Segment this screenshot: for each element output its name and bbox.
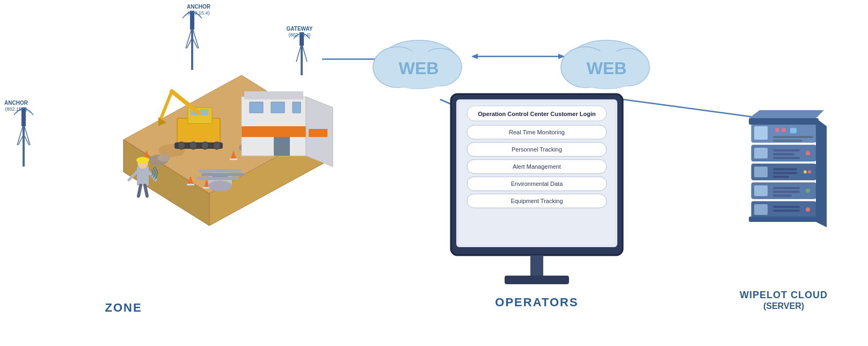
svg-rect-132: [749, 118, 819, 125]
svg-rect-8: [187, 184, 194, 185]
screen-item-2: Personnel Tracking: [512, 146, 562, 153]
screen-item-3: Alert Management: [513, 163, 561, 170]
screen-item-4: Environmental Data: [511, 181, 563, 187]
anchor1-label: ANCHOR: [4, 100, 28, 106]
svg-rect-28: [250, 102, 263, 113]
svg-point-20: [208, 181, 232, 191]
svg-point-114: [804, 170, 807, 174]
svg-rect-124: [773, 157, 800, 159]
web-label-2: WEB: [587, 59, 627, 78]
svg-text:(802.15.4): (802.15.4): [187, 10, 209, 16]
svg-rect-126: [754, 126, 768, 140]
svg-point-103: [806, 207, 810, 212]
svg-rect-111: [773, 194, 792, 197]
zone-label: ZONE: [105, 301, 142, 314]
svg-rect-10: [230, 158, 237, 160]
svg-rect-29: [271, 102, 285, 113]
server-label: (SERVER): [763, 301, 804, 311]
svg-rect-118: [773, 176, 789, 178]
svg-text:(802.15.4): (802.15.4): [5, 106, 27, 112]
svg-rect-100: [505, 276, 569, 284]
svg-rect-59: [191, 27, 193, 70]
svg-point-41: [201, 142, 209, 149]
svg-rect-133: [749, 217, 819, 222]
svg-point-47: [136, 157, 149, 163]
svg-rect-30: [293, 102, 301, 113]
svg-rect-116: [773, 168, 797, 170]
svg-rect-66: [301, 43, 303, 75]
svg-point-16: [157, 154, 170, 162]
svg-rect-102: [754, 204, 768, 215]
svg-rect-129: [790, 128, 797, 133]
svg-rect-26: [242, 126, 306, 137]
svg-point-39: [178, 142, 185, 149]
svg-rect-130: [773, 136, 813, 138]
operators-label: OPERATORS: [495, 295, 578, 309]
svg-marker-135: [749, 110, 824, 118]
svg-point-40: [189, 142, 197, 149]
svg-rect-131: [773, 140, 803, 142]
svg-point-121: [806, 151, 810, 155]
svg-point-108: [806, 189, 810, 193]
svg-rect-122: [773, 149, 800, 152]
svg-rect-52: [23, 124, 25, 167]
svg-rect-110: [773, 191, 800, 193]
screen-item-1: Real Time Monitoring: [509, 129, 565, 135]
svg-marker-134: [816, 118, 827, 227]
svg-rect-45: [137, 167, 149, 185]
svg-rect-22: [199, 169, 242, 172]
svg-rect-31: [274, 137, 290, 156]
svg-line-50: [138, 185, 141, 196]
web-label-1: WEB: [399, 59, 439, 78]
svg-rect-120: [754, 148, 768, 158]
svg-point-42: [213, 142, 221, 149]
svg-rect-33: [309, 129, 327, 137]
gateway-label: GATEWAY: [287, 26, 313, 32]
wipelot-cloud-label: WIPELOT CLOUD: [740, 290, 828, 300]
svg-rect-23: [201, 173, 244, 176]
screen-title: Operation Control Center Customer Login: [478, 111, 596, 117]
svg-rect-99: [530, 255, 543, 277]
svg-line-88: [623, 99, 762, 118]
svg-rect-24: [196, 177, 239, 180]
svg-rect-104: [773, 206, 800, 208]
svg-rect-123: [773, 153, 794, 155]
svg-rect-109: [773, 187, 800, 189]
svg-rect-113: [754, 167, 768, 177]
svg-line-51: [145, 185, 147, 196]
svg-point-115: [808, 170, 811, 174]
svg-rect-37: [200, 109, 208, 116]
svg-text:(802.15.4): (802.15.4): [288, 32, 310, 38]
svg-rect-107: [754, 185, 768, 196]
svg-rect-117: [773, 172, 797, 174]
svg-marker-80: [471, 54, 478, 59]
svg-rect-105: [773, 210, 800, 212]
anchor2-label: ANCHOR: [187, 4, 211, 10]
svg-rect-27: [244, 91, 303, 99]
svg-point-128: [782, 128, 786, 132]
screen-item-5: Equipment Tracking: [510, 198, 563, 204]
svg-point-127: [775, 128, 779, 132]
